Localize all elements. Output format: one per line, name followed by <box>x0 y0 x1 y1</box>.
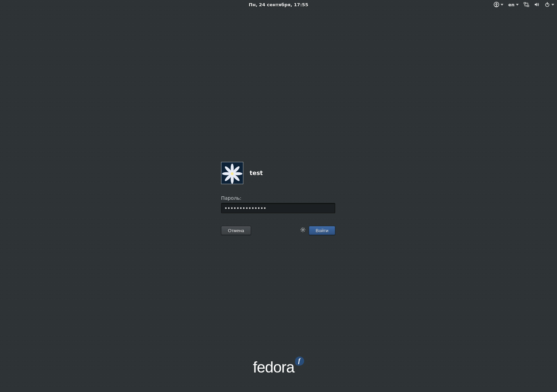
language-label: en <box>508 2 515 7</box>
svg-point-16 <box>231 172 234 175</box>
svg-line-23 <box>304 231 305 232</box>
login-panel: test Пароль: Отмена <box>221 162 336 235</box>
power-menu[interactable] <box>544 2 554 7</box>
chevron-down-icon <box>551 4 554 6</box>
distro-name: fedora <box>253 359 295 376</box>
session-options-button[interactable] <box>300 227 306 234</box>
power-icon <box>544 2 550 7</box>
cancel-button[interactable]: Отмена <box>221 226 251 235</box>
right-button-group: Войти <box>300 226 335 235</box>
accessibility-menu[interactable] <box>494 2 503 7</box>
accessibility-icon <box>494 2 499 7</box>
svg-point-1 <box>496 3 497 4</box>
network-indicator[interactable] <box>524 2 529 7</box>
network-icon <box>524 2 529 7</box>
user-row: test <box>221 162 336 184</box>
clock[interactable]: Пн, 24 сентября, 17:55 <box>249 2 308 7</box>
svg-line-22 <box>301 228 302 229</box>
svg-rect-3 <box>527 5 529 7</box>
password-input[interactable] <box>221 203 335 213</box>
gear-icon <box>300 227 306 234</box>
volume-icon <box>534 2 540 7</box>
volume-indicator[interactable] <box>534 2 540 7</box>
password-label: Пароль: <box>221 195 336 201</box>
svg-line-25 <box>304 228 305 229</box>
top-panel-right: en <box>494 0 554 9</box>
top-panel: Пн, 24 сентября, 17:55 <box>0 0 557 9</box>
distro-logo: fedora <box>253 359 304 376</box>
fedora-infinity-icon <box>295 356 304 366</box>
language-menu[interactable]: en <box>508 2 519 7</box>
chevron-down-icon <box>516 4 519 6</box>
svg-line-24 <box>301 231 302 232</box>
svg-point-17 <box>302 229 304 231</box>
user-avatar <box>221 162 243 184</box>
chevron-down-icon <box>501 4 503 6</box>
username-label: test <box>250 170 263 177</box>
login-button[interactable]: Войти <box>309 226 335 235</box>
svg-rect-2 <box>524 2 526 4</box>
button-row: Отмена <box>221 226 335 235</box>
